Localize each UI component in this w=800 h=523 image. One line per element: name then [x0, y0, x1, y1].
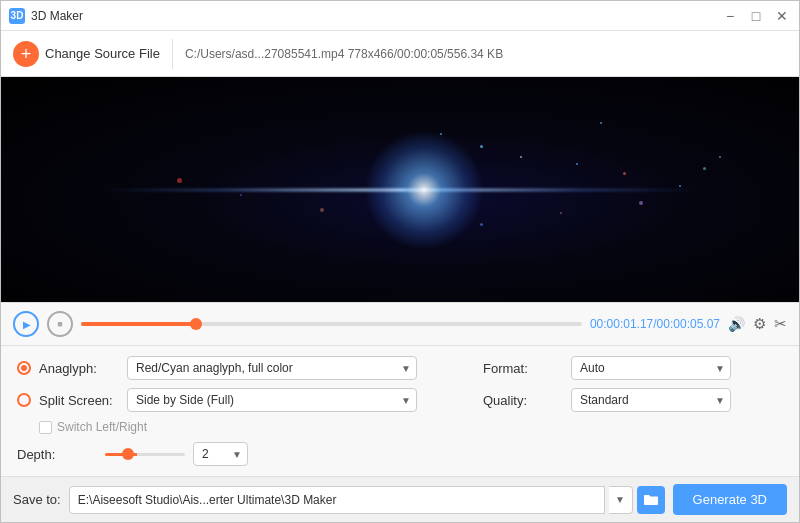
time-display: 00:00:01.17/00:00:05.07 — [590, 317, 720, 331]
particle — [576, 163, 578, 165]
particle — [719, 156, 721, 158]
video-area — [1, 77, 799, 302]
particle — [600, 122, 602, 124]
split-screen-radio[interactable] — [17, 393, 31, 407]
browse-folder-button[interactable] — [637, 486, 665, 514]
settings-panel: Anaglyph: Red/Cyan anaglyph, full color … — [1, 346, 799, 476]
save-bar: Save to: ▼ Generate 3D — [1, 476, 799, 522]
settings-right: Format: Auto ▼ Quality: Standard — [483, 356, 783, 466]
depth-select[interactable]: 2 — [193, 442, 248, 466]
minimize-button[interactable]: − — [721, 7, 739, 25]
title-bar-left: 3D 3D Maker — [9, 8, 83, 24]
change-source-label: Change Source File — [45, 46, 160, 61]
quality-select[interactable]: Standard — [571, 388, 731, 412]
quality-row: Quality: Standard ▼ — [483, 388, 783, 412]
switch-leftright-label: Switch Left/Right — [39, 420, 147, 434]
save-path-dropdown-button[interactable]: ▼ — [609, 486, 633, 514]
particle — [177, 178, 182, 183]
settings-columns: Anaglyph: Red/Cyan anaglyph, full color … — [17, 356, 783, 466]
split-screen-label: Split Screen: — [39, 393, 119, 408]
particle — [560, 212, 562, 214]
anaglyph-select[interactable]: Red/Cyan anaglyph, full color — [127, 356, 417, 380]
settings-left: Anaglyph: Red/Cyan anaglyph, full color … — [17, 356, 483, 466]
depth-select-wrapper: 2 ▼ — [193, 442, 248, 466]
change-source-button[interactable]: + Change Source File — [13, 41, 160, 67]
format-label: Format: — [483, 361, 563, 376]
switch-leftright-text: Switch Left/Right — [57, 420, 147, 434]
save-to-label: Save to: — [13, 492, 61, 507]
controls-bar: ▶ ■ 00:00:01.17/00:00:05.07 🔊 ⚙ ✂ — [1, 302, 799, 346]
save-path-input[interactable] — [69, 486, 605, 514]
close-button[interactable]: ✕ — [773, 7, 791, 25]
anaglyph-label: Anaglyph: — [39, 361, 119, 376]
anaglyph-select-wrapper: Red/Cyan anaglyph, full color ▼ — [127, 356, 417, 380]
anaglyph-radio[interactable] — [17, 361, 31, 375]
particle — [623, 172, 626, 175]
particle — [480, 223, 483, 226]
particle — [679, 185, 681, 187]
switch-leftright-row: Switch Left/Right — [17, 420, 483, 434]
title-text: 3D Maker — [31, 9, 83, 23]
toolbar: + Change Source File C:/Users/asd...2708… — [1, 31, 799, 77]
depth-slider[interactable] — [105, 453, 185, 456]
quality-select-wrapper: Standard ▼ — [571, 388, 731, 412]
stop-button[interactable]: ■ — [47, 311, 73, 337]
settings-icon[interactable]: ⚙ — [753, 315, 766, 333]
quality-label: Quality: — [483, 393, 563, 408]
progress-thumb — [190, 318, 202, 330]
title-bar: 3D 3D Maker − □ ✕ — [1, 1, 799, 31]
folder-icon — [643, 493, 659, 507]
split-screen-row: Split Screen: Side by Side (Full) ▼ — [17, 388, 483, 412]
save-path-wrapper: ▼ — [69, 486, 665, 514]
split-screen-select[interactable]: Side by Side (Full) — [127, 388, 417, 412]
particle — [240, 194, 242, 196]
file-info: C:/Users/asd...27085541.mp4 778x466/00:0… — [185, 47, 503, 61]
progress-fill — [81, 322, 196, 326]
particle — [480, 145, 483, 148]
maximize-button[interactable]: □ — [747, 7, 765, 25]
format-row: Format: Auto ▼ — [483, 356, 783, 380]
switch-leftright-checkbox[interactable] — [39, 421, 52, 434]
particle — [639, 201, 643, 205]
depth-row: Depth: 2 ▼ — [17, 442, 483, 466]
split-screen-select-wrapper: Side by Side (Full) ▼ — [127, 388, 417, 412]
control-icons: 🔊 ⚙ ✂ — [728, 315, 787, 333]
particle — [703, 167, 706, 170]
volume-icon[interactable]: 🔊 — [728, 316, 745, 332]
particles — [1, 77, 799, 302]
toolbar-divider — [172, 39, 173, 69]
progress-bar[interactable] — [81, 322, 582, 326]
format-select[interactable]: Auto — [571, 356, 731, 380]
play-button[interactable]: ▶ — [13, 311, 39, 337]
main-window: 3D 3D Maker − □ ✕ + Change Source File C… — [0, 0, 800, 523]
scissors-icon[interactable]: ✂ — [774, 315, 787, 333]
format-select-wrapper: Auto ▼ — [571, 356, 731, 380]
plus-icon: + — [13, 41, 39, 67]
particle — [520, 156, 522, 158]
depth-label: Depth: — [17, 447, 97, 462]
generate-3d-button[interactable]: Generate 3D — [673, 484, 787, 515]
app-icon: 3D — [9, 8, 25, 24]
video-canvas — [1, 77, 799, 302]
particle — [320, 208, 324, 212]
particle — [440, 133, 442, 135]
anaglyph-row: Anaglyph: Red/Cyan anaglyph, full color … — [17, 356, 483, 380]
title-controls: − □ ✕ — [721, 7, 791, 25]
